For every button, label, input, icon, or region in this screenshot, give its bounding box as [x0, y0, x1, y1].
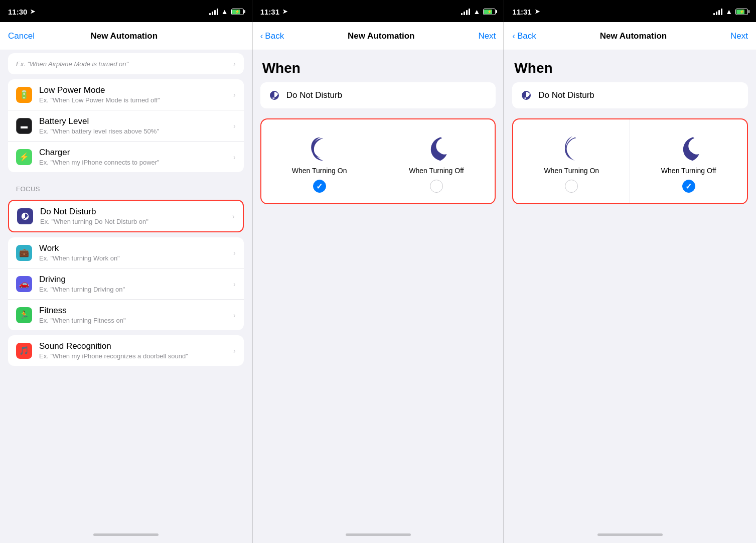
focus-section-label: FOCUS: [0, 177, 252, 195]
signal-icon: [209, 9, 218, 15]
toggle-label-on-3: When Turning On: [544, 167, 599, 175]
sound-text: Sound Recognition Ex. "When my iPhone re…: [39, 341, 226, 360]
low-power-chevron: ›: [233, 91, 236, 99]
low-power-text: Low Power Mode Ex. "When Low Power Mode …: [39, 85, 226, 104]
home-indicator-1: [0, 526, 252, 543]
wifi-icon: ▲: [221, 8, 228, 16]
work-subtitle: Ex. "When turning Work on": [39, 254, 226, 262]
when-title-2: When: [262, 60, 494, 76]
home-bar-1: [93, 533, 159, 536]
nav-bar-3: ‹ Back New Automation Next: [504, 22, 756, 50]
when-title-3: When: [514, 60, 746, 76]
toggle-radio-off-3[interactable]: [682, 180, 695, 193]
toggle-option-on-2[interactable]: When Turning On: [261, 119, 378, 203]
battery-title: Battery Level: [39, 116, 226, 126]
device-list-section: 🔋 Low Power Mode Ex. "When Low Power Mod…: [8, 79, 244, 172]
driving-text: Driving Ex. "When turning Driving on": [39, 275, 226, 293]
dnd-subtitle: Ex. "When turning Do Not Disturb on": [40, 218, 225, 225]
charger-chevron: ›: [233, 153, 236, 161]
nav-title-2: New Automation: [348, 31, 414, 41]
back-chevron-2: ‹: [260, 31, 263, 41]
cancel-button[interactable]: Cancel: [8, 29, 35, 43]
next-button-2[interactable]: Next: [478, 29, 496, 43]
moon-icon-on-2: [306, 133, 334, 162]
sound-chevron: ›: [233, 347, 236, 355]
airplane-subtitle: Ex. "When Airplane Mode is turned on": [16, 60, 128, 68]
toggle-label-on-2: When Turning On: [292, 167, 347, 175]
driving-subtitle: Ex. "When turning Driving on": [39, 286, 226, 293]
low-power-icon: 🔋: [16, 87, 32, 103]
toggle-radio-on-2[interactable]: [313, 180, 326, 193]
work-chevron: ›: [233, 249, 236, 257]
wifi-icon-3: ▲: [725, 8, 732, 16]
fitness-title: Fitness: [39, 306, 226, 316]
panel1-content: Ex. "When Airplane Mode is turned on" › …: [0, 50, 252, 526]
dnd-chevron: ›: [232, 212, 235, 220]
sound-title: Sound Recognition: [39, 341, 226, 351]
list-item-battery[interactable]: ▬ Battery Level Ex. "When battery level …: [8, 110, 244, 142]
location-icon: ➤: [30, 8, 35, 15]
panel-1: 11:30 ➤ ▲ ⚡ Cancel New Automation: [0, 0, 252, 543]
when-card-2: Do Not Disturb: [260, 82, 496, 108]
status-icons-3: ▲ ⚡: [713, 8, 748, 16]
toggle-option-off-2[interactable]: When Turning Off: [378, 119, 495, 203]
signal-icon-2: [461, 9, 470, 15]
low-power-subtitle: Ex. "When Low Power Mode is turned off": [39, 96, 226, 104]
focus-list-section: 💼 Work Ex. "When turning Work on" › 🚗 Dr…: [8, 237, 244, 330]
status-icons-1: ▲ ⚡: [209, 8, 244, 16]
panel-3: 11:31 ➤ ▲ ⚡ ‹ Back New Automation Next: [504, 0, 756, 543]
list-item-low-power[interactable]: 🔋 Low Power Mode Ex. "When Low Power Mod…: [8, 79, 244, 110]
sound-section: 🎵 Sound Recognition Ex. "When my iPhone …: [8, 335, 244, 366]
list-item-fitness[interactable]: 🏃 Fitness Ex. "When turning Fitness on" …: [8, 300, 244, 330]
toggle-radio-off-2[interactable]: [430, 180, 443, 193]
do-not-disturb-selected-container[interactable]: Do Not Disturb Ex. "When turning Do Not …: [8, 200, 244, 232]
back-button-3[interactable]: ‹ Back: [512, 29, 536, 43]
status-bar-2: 11:31 ➤ ▲ ⚡: [252, 0, 504, 22]
back-button-2[interactable]: ‹ Back: [260, 29, 284, 43]
toggle-grid-2: When Turning On When Turning Off: [260, 118, 496, 204]
location-icon-3: ➤: [535, 8, 540, 15]
fitness-subtitle: Ex. "When turning Fitness on": [39, 317, 226, 324]
list-item-driving[interactable]: 🚗 Driving Ex. "When turning Driving on" …: [8, 268, 244, 300]
toggle-label-off-3: When Turning Off: [661, 167, 716, 175]
toggle-option-off-3[interactable]: When Turning Off: [630, 119, 747, 203]
when-card-text-3: Do Not Disturb: [538, 90, 594, 100]
moon-icon-off-2: [422, 133, 450, 162]
fitness-text: Fitness Ex. "When turning Fitness on": [39, 306, 226, 324]
toggle-radio-on-3[interactable]: [565, 180, 578, 193]
back-chevron-3: ‹: [512, 31, 515, 41]
nav-title-1: New Automation: [91, 31, 158, 41]
dnd-title: Do Not Disturb: [40, 207, 225, 217]
fitness-icon: 🏃: [16, 307, 32, 323]
when-card-3: Do Not Disturb: [512, 82, 748, 108]
moon-icon-off-3: [675, 133, 703, 162]
work-title: Work: [39, 243, 226, 253]
list-item-work[interactable]: 💼 Work Ex. "When turning Work on" ›: [8, 237, 244, 268]
toggle-grid-3: When Turning On When Turning Off: [512, 118, 748, 204]
work-text: Work Ex. "When turning Work on": [39, 243, 226, 262]
battery-chevron: ›: [233, 122, 236, 130]
wifi-icon-2: ▲: [473, 8, 480, 16]
signal-icon-3: [713, 9, 722, 15]
list-item-dnd[interactable]: Do Not Disturb Ex. "When turning Do Not …: [9, 201, 243, 231]
battery-text: Battery Level Ex. "When battery level ri…: [39, 116, 226, 135]
toggle-option-on-3[interactable]: When Turning On: [513, 119, 630, 203]
location-icon-2: ➤: [282, 8, 287, 15]
panel-2: 11:31 ➤ ▲ ⚡ ‹ Back New Automation Next: [252, 0, 505, 543]
driving-icon: 🚗: [16, 276, 32, 292]
driving-title: Driving: [39, 275, 226, 285]
list-item-sound[interactable]: 🎵 Sound Recognition Ex. "When my iPhone …: [8, 335, 244, 366]
charger-icon: ⚡: [16, 149, 32, 165]
next-button-3[interactable]: Next: [730, 29, 748, 43]
status-bar-3: 11:31 ➤ ▲ ⚡: [504, 0, 756, 22]
home-bar-2: [346, 533, 411, 536]
time-1: 11:30: [8, 8, 27, 16]
charger-subtitle: Ex. "When my iPhone connects to power": [39, 159, 226, 166]
sound-icon: 🎵: [16, 343, 32, 359]
home-indicator-3: [504, 526, 756, 543]
fitness-chevron: ›: [233, 311, 236, 319]
nav-bar-2: ‹ Back New Automation Next: [252, 22, 504, 50]
battery-level-icon: ▬: [16, 118, 32, 134]
work-icon: 💼: [16, 245, 32, 261]
list-item-charger[interactable]: ⚡ Charger Ex. "When my iPhone connects t…: [8, 142, 244, 172]
